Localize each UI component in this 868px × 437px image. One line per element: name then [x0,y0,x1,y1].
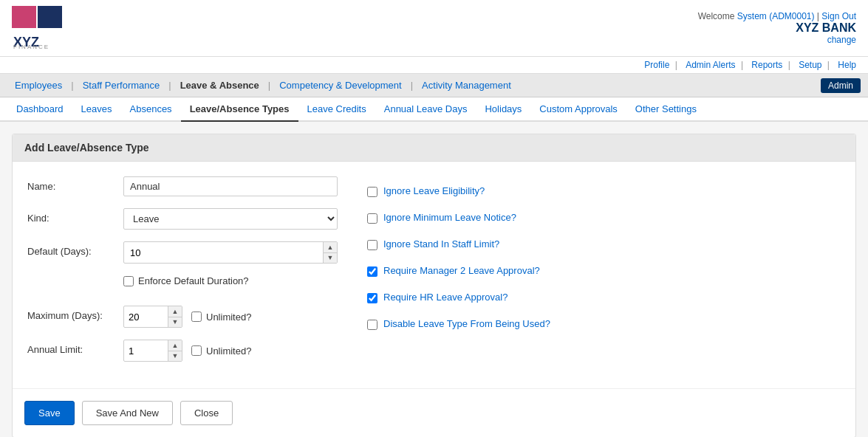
default-days-input[interactable] [124,244,323,262]
setup-link[interactable]: Setup [799,60,821,70]
annual-unlimited-label[interactable]: Unlimited? [206,345,251,357]
ignore-min-notice-checkbox[interactable] [367,213,377,224]
form-body: Name: Kind: Leave Absence [13,162,855,388]
annual-limit-up[interactable]: ▲ [168,340,182,351]
nav-item-activity[interactable]: Activity Management [414,74,519,97]
right-option-2: Ignore Stand In Staff Limit? [367,237,841,250]
tab-other-settings[interactable]: Other Settings [626,97,705,122]
maximum-days-input[interactable] [124,308,168,326]
tab-leave-absence-types[interactable]: Leave/Absence Types [181,97,298,122]
maximum-inline: ▲ ▼ Unlimited? [123,306,338,328]
form-card: Add Leave/Absence Type Name: Kind: Leave [12,134,856,437]
svg-rect-1 [38,6,62,28]
require-hr-label[interactable]: Require HR Leave Approval? [383,292,508,303]
logo-area: XYZ FINANCE [12,6,64,50]
ignore-eligibility-checkbox[interactable] [367,187,377,197]
main-nav: Employees | Staff Performance | Leave & … [0,74,868,97]
max-unlimited-label[interactable]: Unlimited? [206,312,251,323]
default-days-label: Default (Days): [27,241,123,257]
maximum-days-label: Maximum (Days): [27,306,123,321]
company-name: XYZ BANK [698,21,856,35]
tab-leaves[interactable]: Leaves [72,97,121,122]
right-option-3: Require Manager 2 Leave Approval? [367,264,841,277]
tab-custom-approvals[interactable]: Custom Approvals [530,97,626,122]
ignore-stand-in-label[interactable]: Ignore Stand In Staff Limit? [383,238,499,250]
annual-limit-input[interactable] [124,342,168,360]
change-link[interactable]: change [698,35,856,45]
button-row: Save Save And New Close [13,388,855,437]
tab-leave-credits[interactable]: Leave Credits [298,97,375,122]
top-links: Profile | Admin Alerts | Reports | Setup… [0,57,868,74]
annual-limit-down[interactable]: ▼ [168,351,182,361]
right-option-5: Disable Leave Type From Being Used? [367,317,841,330]
enforce-checkbox-label[interactable]: Enforce Default Duration? [138,275,249,286]
require-manager2-checkbox[interactable] [367,266,377,277]
name-label: Name: [27,176,123,192]
nav-item-competency[interactable]: Competency & Development [272,74,409,97]
annual-unlimited-row: Unlimited? [191,345,251,357]
kind-label: Kind: [27,208,123,224]
default-days-control: ▲ ▼ [123,241,338,264]
annual-limit-spinner: ▲ ▼ [168,340,182,361]
right-option-0: Ignore Leave Eligibility? [367,184,841,197]
annual-limit-wrap: ▲ ▼ [123,340,182,362]
svg-rect-0 [12,6,36,28]
header: XYZ FINANCE Welcome System (ADM0001) | S… [0,0,868,57]
nav-item-employees[interactable]: Employees [7,74,69,97]
require-hr-checkbox[interactable] [367,293,377,303]
sign-out-link[interactable]: Sign Out [821,11,856,21]
logo-svg: XYZ FINANCE [12,6,64,50]
help-link[interactable]: Help [838,60,856,70]
require-manager2-label[interactable]: Require Manager 2 Leave Approval? [383,265,540,276]
kind-row: Kind: Leave Absence [27,208,338,230]
ignore-min-notice-label[interactable]: Ignore Minimum Leave Notice? [383,212,516,223]
svg-text:FINANCE: FINANCE [13,44,49,50]
name-row: Name: [27,176,338,196]
tab-absences[interactable]: Absences [121,97,181,122]
close-button[interactable]: Close [180,401,233,425]
disable-leave-type-checkbox[interactable] [367,320,377,330]
user-link[interactable]: System (ADM0001) [737,11,815,21]
annual-inline: ▲ ▼ Unlimited? [123,340,338,362]
tab-annual-leave-days[interactable]: Annual Leave Days [375,97,476,122]
default-days-up[interactable]: ▲ [324,242,337,252]
max-unlimited-row: Unlimited? [191,312,251,323]
right-option-4: Require HR Leave Approval? [367,290,841,303]
admin-alerts-link[interactable]: Admin Alerts [686,60,735,70]
welcome-text: Welcome System (ADM0001) | Sign Out [698,11,856,21]
reports-link[interactable]: Reports [751,60,782,70]
nav-item-staff-performance[interactable]: Staff Performance [75,74,168,97]
disable-leave-type-label[interactable]: Disable Leave Type From Being Used? [383,318,550,329]
tab-dashboard[interactable]: Dashboard [7,97,72,122]
default-days-spinner: ▲ ▼ [323,242,337,263]
save-and-new-button[interactable]: Save And New [82,401,173,425]
admin-badge: Admin [821,78,861,93]
maximum-days-down[interactable]: ▼ [168,317,182,327]
enforce-checkbox-row: Enforce Default Duration? [123,275,338,286]
form-title: Add Leave/Absence Type [13,134,855,162]
tab-holidays[interactable]: Holidays [476,97,530,122]
maximum-days-row: Maximum (Days): ▲ ▼ [27,306,338,328]
max-unlimited-checkbox[interactable] [191,312,202,322]
annual-limit-control: ▲ ▼ Unlimited? [123,340,338,362]
name-input[interactable] [123,176,338,196]
maximum-days-up[interactable]: ▲ [168,306,182,317]
default-days-down[interactable]: ▼ [324,252,337,263]
annual-limit-label: Annual Limit: [27,340,123,355]
ignore-eligibility-label[interactable]: Ignore Leave Eligibility? [383,185,485,196]
profile-link[interactable]: Profile [644,60,669,70]
default-days-row: Default (Days): ▲ ▼ [27,241,338,264]
default-days-wrap: ▲ ▼ [123,241,338,264]
maximum-days-spinner: ▲ ▼ [168,306,182,327]
nav-item-leave-absence[interactable]: Leave & Absence [173,74,267,97]
enforce-checkbox[interactable] [123,276,134,286]
kind-select[interactable]: Leave Absence [123,208,338,230]
save-button[interactable]: Save [24,401,75,425]
ignore-stand-in-checkbox[interactable] [367,240,377,250]
welcome-label: Welcome [698,11,735,21]
maximum-days-control: ▲ ▼ Unlimited? [123,306,338,328]
header-right: Welcome System (ADM0001) | Sign Out XYZ … [698,11,856,45]
name-control [123,176,338,196]
form-right: Ignore Leave Eligibility? Ignore Minimum… [367,176,841,374]
annual-unlimited-checkbox[interactable] [191,345,202,356]
